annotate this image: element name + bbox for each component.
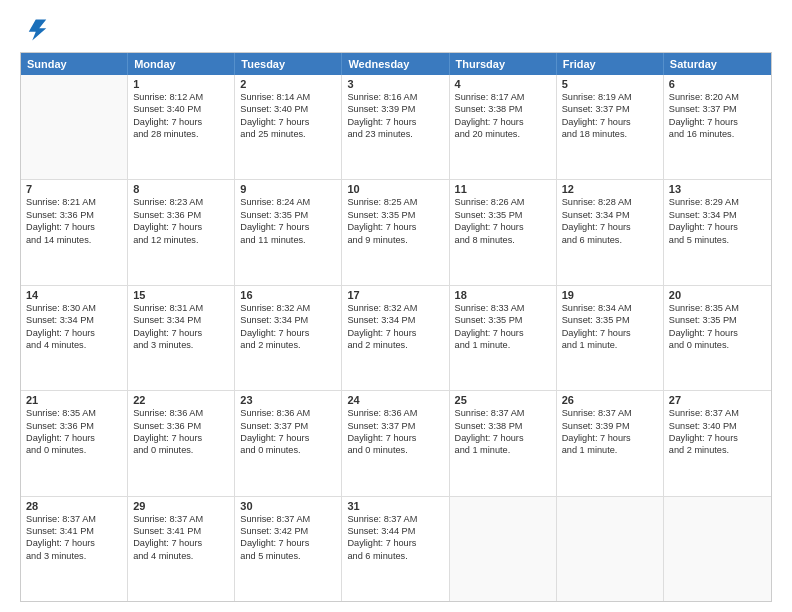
daylight-text: Daylight: 7 hours [347,537,443,549]
day-number: 7 [26,183,122,195]
calendar-cell: 17Sunrise: 8:32 AMSunset: 3:34 PMDayligh… [342,286,449,390]
calendar-week-row: 7Sunrise: 8:21 AMSunset: 3:36 PMDaylight… [21,180,771,285]
daylight-text: Daylight: 7 hours [133,432,229,444]
day-number: 12 [562,183,658,195]
day-number: 14 [26,289,122,301]
daylight-minutes-text: and 3 minutes. [26,550,122,562]
daylight-text: Daylight: 7 hours [669,432,766,444]
calendar-cell: 8Sunrise: 8:23 AMSunset: 3:36 PMDaylight… [128,180,235,284]
day-number: 16 [240,289,336,301]
sunrise-text: Sunrise: 8:30 AM [26,302,122,314]
day-number: 25 [455,394,551,406]
daylight-minutes-text: and 0 minutes. [347,444,443,456]
daylight-minutes-text: and 18 minutes. [562,128,658,140]
daylight-text: Daylight: 7 hours [240,537,336,549]
daylight-text: Daylight: 7 hours [455,116,551,128]
daylight-text: Daylight: 7 hours [562,432,658,444]
sunset-text: Sunset: 3:34 PM [133,314,229,326]
day-number: 6 [669,78,766,90]
sunset-text: Sunset: 3:35 PM [347,209,443,221]
sunset-text: Sunset: 3:40 PM [240,103,336,115]
calendar-week-row: 28Sunrise: 8:37 AMSunset: 3:41 PMDayligh… [21,497,771,601]
calendar-header-cell: Saturday [664,53,771,75]
header [20,16,772,44]
daylight-text: Daylight: 7 hours [562,116,658,128]
calendar-header-cell: Monday [128,53,235,75]
sunset-text: Sunset: 3:35 PM [240,209,336,221]
daylight-minutes-text: and 6 minutes. [562,234,658,246]
day-number: 9 [240,183,336,195]
sunrise-text: Sunrise: 8:19 AM [562,91,658,103]
day-number: 3 [347,78,443,90]
calendar-cell: 13Sunrise: 8:29 AMSunset: 3:34 PMDayligh… [664,180,771,284]
daylight-minutes-text: and 12 minutes. [133,234,229,246]
calendar-cell [664,497,771,601]
sunrise-text: Sunrise: 8:33 AM [455,302,551,314]
logo-icon [20,16,48,44]
sunset-text: Sunset: 3:37 PM [240,420,336,432]
sunrise-text: Sunrise: 8:35 AM [669,302,766,314]
daylight-text: Daylight: 7 hours [133,116,229,128]
daylight-text: Daylight: 7 hours [669,116,766,128]
day-number: 4 [455,78,551,90]
calendar-cell: 19Sunrise: 8:34 AMSunset: 3:35 PMDayligh… [557,286,664,390]
daylight-text: Daylight: 7 hours [26,432,122,444]
calendar-cell: 12Sunrise: 8:28 AMSunset: 3:34 PMDayligh… [557,180,664,284]
calendar-cell: 28Sunrise: 8:37 AMSunset: 3:41 PMDayligh… [21,497,128,601]
sunrise-text: Sunrise: 8:36 AM [133,407,229,419]
sunset-text: Sunset: 3:34 PM [240,314,336,326]
day-number: 18 [455,289,551,301]
daylight-minutes-text: and 0 minutes. [669,339,766,351]
daylight-minutes-text: and 6 minutes. [347,550,443,562]
sunset-text: Sunset: 3:35 PM [455,209,551,221]
daylight-minutes-text: and 2 minutes. [347,339,443,351]
daylight-text: Daylight: 7 hours [240,432,336,444]
daylight-minutes-text: and 1 minute. [562,339,658,351]
daylight-minutes-text: and 3 minutes. [133,339,229,351]
calendar-cell: 11Sunrise: 8:26 AMSunset: 3:35 PMDayligh… [450,180,557,284]
daylight-text: Daylight: 7 hours [562,327,658,339]
daylight-minutes-text: and 25 minutes. [240,128,336,140]
calendar-cell: 2Sunrise: 8:14 AMSunset: 3:40 PMDaylight… [235,75,342,179]
daylight-minutes-text: and 9 minutes. [347,234,443,246]
sunset-text: Sunset: 3:40 PM [133,103,229,115]
sunset-text: Sunset: 3:36 PM [26,209,122,221]
sunrise-text: Sunrise: 8:16 AM [347,91,443,103]
daylight-minutes-text: and 1 minute. [455,339,551,351]
calendar-cell: 27Sunrise: 8:37 AMSunset: 3:40 PMDayligh… [664,391,771,495]
sunrise-text: Sunrise: 8:17 AM [455,91,551,103]
sunset-text: Sunset: 3:35 PM [669,314,766,326]
sunset-text: Sunset: 3:35 PM [455,314,551,326]
daylight-text: Daylight: 7 hours [347,221,443,233]
sunset-text: Sunset: 3:34 PM [26,314,122,326]
day-number: 27 [669,394,766,406]
day-number: 22 [133,394,229,406]
calendar-cell [21,75,128,179]
day-number: 20 [669,289,766,301]
calendar-header-cell: Friday [557,53,664,75]
calendar-cell: 14Sunrise: 8:30 AMSunset: 3:34 PMDayligh… [21,286,128,390]
sunrise-text: Sunrise: 8:37 AM [455,407,551,419]
daylight-text: Daylight: 7 hours [669,327,766,339]
sunrise-text: Sunrise: 8:36 AM [347,407,443,419]
daylight-minutes-text: and 14 minutes. [26,234,122,246]
day-number: 29 [133,500,229,512]
daylight-minutes-text: and 0 minutes. [240,444,336,456]
day-number: 30 [240,500,336,512]
daylight-minutes-text: and 2 minutes. [240,339,336,351]
calendar-cell: 15Sunrise: 8:31 AMSunset: 3:34 PMDayligh… [128,286,235,390]
sunset-text: Sunset: 3:37 PM [669,103,766,115]
calendar-cell: 31Sunrise: 8:37 AMSunset: 3:44 PMDayligh… [342,497,449,601]
daylight-text: Daylight: 7 hours [240,327,336,339]
calendar-cell: 6Sunrise: 8:20 AMSunset: 3:37 PMDaylight… [664,75,771,179]
sunset-text: Sunset: 3:36 PM [133,420,229,432]
calendar-cell: 22Sunrise: 8:36 AMSunset: 3:36 PMDayligh… [128,391,235,495]
sunset-text: Sunset: 3:39 PM [347,103,443,115]
sunset-text: Sunset: 3:35 PM [562,314,658,326]
daylight-text: Daylight: 7 hours [240,221,336,233]
calendar-cell: 18Sunrise: 8:33 AMSunset: 3:35 PMDayligh… [450,286,557,390]
calendar-week-row: 21Sunrise: 8:35 AMSunset: 3:36 PMDayligh… [21,391,771,496]
daylight-text: Daylight: 7 hours [240,116,336,128]
sunrise-text: Sunrise: 8:21 AM [26,196,122,208]
daylight-minutes-text: and 1 minute. [455,444,551,456]
